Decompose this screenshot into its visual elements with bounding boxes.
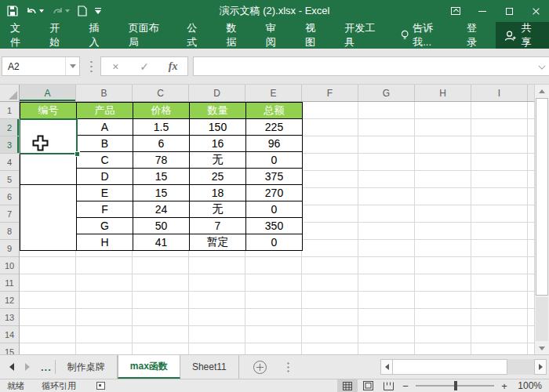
close-button[interactable]: [522, 0, 549, 22]
cell-D8[interactable]: 7: [190, 218, 246, 234]
sign-in-button[interactable]: 登录: [457, 22, 496, 49]
cell-B7[interactable]: F: [77, 201, 133, 218]
ribbon-tab-页面布局[interactable]: 页面布局: [118, 22, 177, 49]
column-header-C[interactable]: C: [133, 85, 189, 101]
share-button[interactable]: 共享: [496, 22, 549, 49]
formula-input[interactable]: [193, 56, 549, 76]
cell-E2[interactable]: 225: [246, 119, 303, 136]
zoom-slider-handle[interactable]: [454, 381, 457, 390]
column-header-B[interactable]: B: [76, 85, 133, 101]
row-header-2[interactable]: 2: [0, 119, 19, 136]
cell-E3[interactable]: 96: [246, 136, 303, 152]
cell-D3[interactable]: 16: [190, 136, 246, 152]
previous-sheet-icon[interactable]: [9, 363, 14, 371]
formula-bar-separator[interactable]: [90, 60, 93, 74]
cell-C6[interactable]: 15: [133, 185, 190, 201]
row-header-13[interactable]: 13: [0, 309, 19, 326]
cell-E9[interactable]: 0: [246, 234, 303, 251]
insert-function-button[interactable]: fx: [158, 57, 187, 75]
save-icon[interactable]: [7, 5, 18, 16]
redo-button[interactable]: [52, 6, 70, 16]
enter-button[interactable]: ✓: [130, 57, 159, 75]
zoom-in-button[interactable]: +: [497, 380, 511, 392]
vertical-scrollbar-thumb[interactable]: [536, 98, 548, 296]
ribbon-tab-文件[interactable]: 文件: [0, 22, 39, 49]
more-sheets-button[interactable]: ...: [38, 355, 55, 379]
cell-E7[interactable]: 0: [246, 201, 303, 218]
scroll-right-button[interactable]: [534, 359, 547, 375]
cell-B5[interactable]: D: [77, 169, 133, 185]
sheet-tab-Sheet11[interactable]: Sheet11: [180, 355, 239, 379]
name-box[interactable]: A2: [2, 56, 80, 76]
vertical-scrollbar[interactable]: [534, 85, 549, 354]
sheet-tab-max函数[interactable]: max函数: [118, 355, 180, 379]
undo-dropdown-icon[interactable]: [39, 9, 44, 13]
table-header-cell-5[interactable]: 总额: [246, 103, 303, 119]
row-header-14[interactable]: 14: [0, 326, 19, 343]
row-header-10[interactable]: 10: [0, 257, 19, 274]
cell-B2[interactable]: A: [77, 119, 133, 136]
row-header-3[interactable]: 3: [0, 136, 19, 154]
minimize-button[interactable]: [469, 0, 496, 22]
cell-grid[interactable]: 编号产品价格数量总额A1.5150225B61696C78无0D1525375E…: [20, 102, 534, 354]
column-header-H[interactable]: H: [415, 85, 471, 101]
row-header-5[interactable]: 5: [0, 171, 19, 188]
merged-cell-a6-a9[interactable]: [20, 185, 77, 251]
fill-handle[interactable]: [75, 151, 80, 157]
customize-qat-icon[interactable]: [95, 8, 101, 15]
cell-D5[interactable]: 25: [190, 169, 246, 185]
cell-E6[interactable]: 270: [246, 185, 303, 201]
column-header-A[interactable]: A: [20, 85, 76, 101]
circular-references-label[interactable]: 循环引用: [42, 380, 76, 392]
ribbon-tab-插入[interactable]: 插入: [79, 22, 118, 49]
name-box-dropdown[interactable]: [65, 57, 79, 75]
row-header-7[interactable]: 7: [0, 205, 19, 223]
row-header-4[interactable]: 4: [0, 154, 19, 171]
cell-C5[interactable]: 15: [133, 169, 190, 185]
row-header-9[interactable]: 9: [0, 240, 19, 257]
merged-cell-a4-a5[interactable]: [20, 152, 77, 185]
cell-B6[interactable]: E: [77, 185, 133, 201]
cell-E4[interactable]: 0: [246, 152, 303, 169]
page-break-preview-button[interactable]: [378, 379, 398, 392]
cell-B8[interactable]: G: [77, 218, 133, 234]
tell-me-button[interactable]: 告诉我...: [393, 22, 457, 49]
column-header-G[interactable]: G: [358, 85, 415, 101]
ribbon-tab-审阅[interactable]: 审阅: [256, 22, 295, 49]
table-header-cell-1[interactable]: 编号: [20, 103, 77, 119]
macro-record-icon[interactable]: [96, 382, 105, 390]
cell-E8[interactable]: 350: [246, 218, 303, 234]
cell-B3[interactable]: B: [77, 136, 133, 152]
next-sheet-icon[interactable]: [25, 363, 30, 371]
ribbon-tab-视图[interactable]: 视图: [295, 22, 334, 49]
column-header-F[interactable]: F: [302, 85, 358, 101]
cell-D2[interactable]: 150: [190, 119, 246, 136]
table-header-cell-4[interactable]: 数量: [190, 103, 246, 119]
normal-view-button[interactable]: [337, 379, 358, 392]
scroll-left-button[interactable]: [380, 359, 393, 375]
vertical-scrollbar-track[interactable]: [536, 297, 548, 341]
cell-D4[interactable]: 无: [190, 152, 246, 169]
table-header-cell-3[interactable]: 价格: [133, 103, 190, 119]
row-header-15[interactable]: 15: [0, 343, 19, 354]
select-all-button[interactable]: [0, 85, 20, 102]
cell-D6[interactable]: 18: [190, 185, 246, 201]
column-header-E[interactable]: E: [245, 85, 302, 101]
zoom-slider[interactable]: [416, 385, 494, 387]
ribbon-tab-公式[interactable]: 公式: [176, 22, 216, 49]
cancel-button[interactable]: ×: [101, 57, 130, 75]
ribbon-tab-开始[interactable]: 开始: [39, 22, 78, 49]
horizontal-scrollbar-thumb[interactable]: [393, 359, 507, 375]
cell-D7[interactable]: 无: [190, 201, 246, 218]
row-header-6[interactable]: 6: [0, 188, 19, 205]
new-sheet-button[interactable]: [239, 355, 281, 379]
cell-selection-a2[interactable]: [20, 118, 78, 154]
new-file-icon[interactable]: [78, 5, 87, 16]
ribbon-display-options-button[interactable]: [442, 0, 469, 22]
redo-dropdown-icon[interactable]: [65, 9, 70, 13]
table-header-cell-2[interactable]: 产品: [77, 103, 133, 119]
column-header-D[interactable]: D: [189, 85, 245, 101]
cell-D9[interactable]: 暂定: [190, 234, 246, 251]
page-layout-view-button[interactable]: [358, 379, 378, 392]
cell-C7[interactable]: 24: [133, 201, 190, 218]
